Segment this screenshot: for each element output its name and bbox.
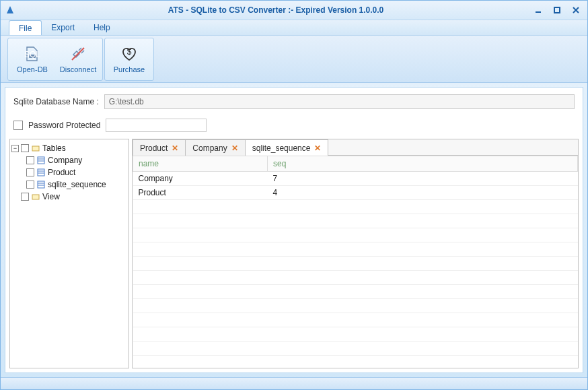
table-row: . bbox=[133, 299, 578, 313]
table-row: . bbox=[133, 200, 578, 214]
tree-label: Company bbox=[48, 156, 82, 165]
disconnect-button[interactable]: Disconnect bbox=[56, 40, 100, 78]
table-row: . bbox=[133, 342, 578, 356]
ribbon: SQL Open-DB Disconnect $ Purchase bbox=[1, 36, 587, 83]
table-row: . bbox=[133, 285, 578, 299]
svg-text:$: $ bbox=[127, 47, 132, 57]
svg-rect-12 bbox=[38, 169, 44, 176]
svg-rect-8 bbox=[32, 146, 39, 151]
disconnect-label: Disconnect bbox=[60, 65, 96, 73]
cell-seq: 4 bbox=[268, 186, 578, 200]
open-db-button[interactable]: SQL Open-DB bbox=[10, 40, 54, 78]
tree-checkbox[interactable] bbox=[21, 144, 29, 152]
statusbar bbox=[1, 377, 587, 389]
tree-label: Product bbox=[48, 168, 75, 177]
close-tab-icon[interactable]: ✕ bbox=[314, 143, 321, 153]
table-icon bbox=[36, 180, 46, 189]
tree-node-sqlite-sequence[interactable]: sqlite_sequence bbox=[11, 178, 127, 191]
tabstrip: Product ✕ Company ✕ sqlite_sequence ✕ bbox=[133, 139, 578, 156]
tree-node-product[interactable]: Product bbox=[11, 166, 127, 178]
folder-icon bbox=[31, 192, 40, 201]
content-pane: Product ✕ Company ✕ sqlite_sequence ✕ bbox=[132, 139, 579, 368]
folder-icon bbox=[31, 143, 40, 153]
password-protected-checkbox[interactable] bbox=[13, 121, 23, 130]
open-db-label: Open-DB bbox=[17, 65, 48, 73]
db-name-input[interactable] bbox=[104, 94, 575, 109]
maximize-button[interactable] bbox=[550, 4, 564, 16]
svg-rect-9 bbox=[38, 157, 44, 164]
disconnect-icon bbox=[69, 44, 87, 63]
window-controls bbox=[531, 4, 583, 16]
table-row: . bbox=[133, 257, 578, 271]
tree-pane: − Tables Company Product bbox=[9, 139, 129, 368]
app-logo-icon bbox=[5, 5, 15, 15]
table-icon bbox=[36, 156, 46, 165]
cell-seq: 7 bbox=[268, 172, 578, 186]
database-file-icon: SQL bbox=[23, 44, 42, 63]
data-grid[interactable]: name seq Company 7 Product 4 bbox=[133, 156, 578, 368]
table-row: . bbox=[133, 271, 578, 285]
table-row[interactable]: Product 4 bbox=[133, 186, 578, 200]
table-row: . bbox=[133, 228, 578, 242]
close-tab-icon[interactable]: ✕ bbox=[231, 143, 238, 153]
table-row: . bbox=[133, 214, 578, 228]
tree-node-company[interactable]: Company bbox=[11, 154, 127, 166]
password-protected-label: Password Protected bbox=[28, 121, 100, 130]
purchase-button[interactable]: $ Purchase bbox=[107, 40, 151, 78]
main-body: Sqlite Database Name : Password Protecte… bbox=[5, 87, 583, 373]
grid-header-row: name seq bbox=[133, 156, 578, 172]
ribbon-group-purchase: $ Purchase bbox=[104, 38, 154, 81]
close-tab-icon[interactable]: ✕ bbox=[172, 143, 178, 153]
cell-name: Product bbox=[133, 186, 268, 200]
menu-help[interactable]: Help bbox=[84, 20, 120, 35]
svg-text:SQL: SQL bbox=[24, 50, 40, 59]
svg-rect-15 bbox=[38, 181, 44, 188]
menubar: File Export Help bbox=[1, 20, 587, 36]
app-window: ATS - SQLite to CSV Converter :- Expired… bbox=[0, 0, 588, 390]
split-pane: − Tables Company Product bbox=[9, 139, 579, 368]
table-icon bbox=[36, 168, 46, 177]
menu-file[interactable]: File bbox=[9, 20, 42, 35]
tree-checkbox[interactable] bbox=[26, 181, 34, 189]
table-row: . bbox=[133, 242, 578, 257]
close-button[interactable] bbox=[568, 4, 583, 16]
menu-export[interactable]: Export bbox=[42, 20, 84, 35]
db-name-label: Sqlite Database Name : bbox=[13, 97, 99, 106]
column-header-seq[interactable]: seq bbox=[268, 156, 578, 172]
svg-rect-1 bbox=[554, 7, 560, 13]
tab-product[interactable]: Product ✕ bbox=[133, 139, 186, 156]
minimize-button[interactable] bbox=[531, 4, 546, 16]
titlebar: ATS - SQLite to CSV Converter :- Expired… bbox=[1, 1, 587, 20]
purchase-label: Purchase bbox=[114, 65, 145, 73]
table-row[interactable]: Company 7 bbox=[133, 172, 578, 186]
password-row: Password Protected bbox=[9, 116, 579, 135]
tree-checkbox[interactable] bbox=[26, 156, 34, 164]
password-input[interactable] bbox=[106, 119, 207, 132]
tree-checkbox[interactable] bbox=[21, 193, 29, 201]
tree-checkbox[interactable] bbox=[26, 168, 34, 176]
window-title: ATS - SQLite to CSV Converter :- Expired… bbox=[21, 5, 531, 15]
tab-company[interactable]: Company ✕ bbox=[185, 139, 245, 156]
db-name-row: Sqlite Database Name : bbox=[9, 92, 579, 112]
table-row: . bbox=[133, 313, 578, 327]
table-row: . bbox=[133, 327, 578, 342]
spacer bbox=[11, 193, 19, 201]
tab-label: sqlite_sequence bbox=[252, 143, 311, 153]
tree-node-tables[interactable]: − Tables bbox=[11, 142, 127, 154]
svg-rect-18 bbox=[32, 195, 39, 199]
tree-node-view[interactable]: View bbox=[11, 191, 127, 203]
cell-name: Company bbox=[133, 172, 268, 186]
tab-label: Company bbox=[192, 143, 227, 153]
tree-label: Tables bbox=[42, 143, 66, 153]
collapse-icon[interactable]: − bbox=[11, 145, 19, 152]
tab-sqlite-sequence[interactable]: sqlite_sequence ✕ bbox=[245, 139, 329, 156]
column-header-name[interactable]: name bbox=[133, 156, 268, 172]
ribbon-group-db: SQL Open-DB Disconnect bbox=[7, 38, 103, 81]
tree-label: sqlite_sequence bbox=[48, 180, 106, 189]
tree-label: View bbox=[42, 192, 60, 201]
purchase-heart-icon: $ bbox=[120, 44, 139, 63]
tab-label: Product bbox=[140, 143, 168, 153]
